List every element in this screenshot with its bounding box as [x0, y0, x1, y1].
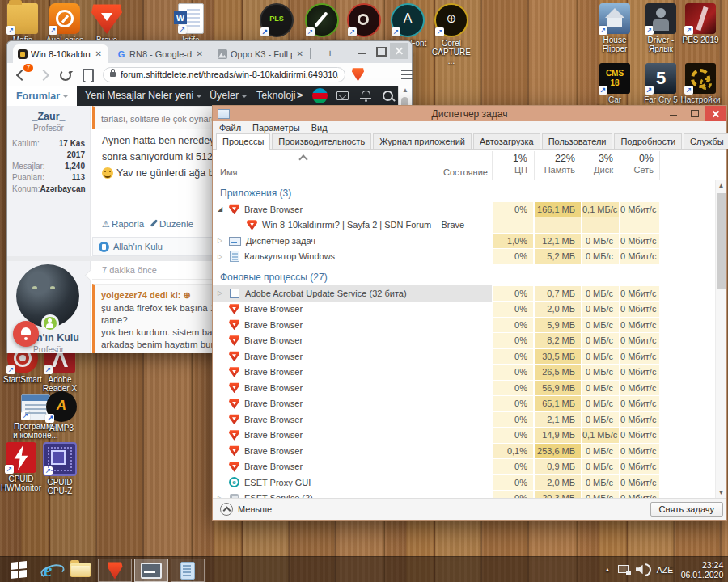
desktop-icon-aimp3[interactable]: A↗AIMP3	[39, 391, 84, 432]
column-цп[interactable]: 1%ЦП	[493, 150, 533, 180]
menu-файл[interactable]: Файл	[219, 123, 241, 133]
process-row[interactable]: ▷Диспетчер задач1,0%12,1 МБ0 МБ/с0 Мбит/…	[213, 233, 715, 249]
process-row[interactable]: ▷Adobe Acrobat Update Service (32 бита)0…	[213, 285, 715, 302]
column-сеть[interactable]: 0%Сеть	[620, 150, 659, 180]
column-status[interactable]: Состояние	[443, 167, 488, 177]
process-row[interactable]: Brave Browser0%30,5 МБ0 МБ/с0 Мбит/с	[213, 348, 715, 365]
scroll-up-icon[interactable]: ▲	[399, 86, 412, 95]
username-link[interactable]: _Zaur_	[7, 111, 90, 122]
search-icon[interactable]	[383, 91, 393, 101]
tab-close-icon[interactable]: ✕	[295, 49, 305, 58]
menu-параметры[interactable]: Параметры	[252, 123, 300, 133]
taskbar-task-manager[interactable]	[134, 559, 168, 582]
close-icon[interactable]	[390, 43, 408, 59]
desktop-icon-brave[interactable]: ↗Brave	[84, 3, 129, 44]
desktop-icon-pes[interactable]: ↗PES 2019	[678, 3, 723, 44]
tm-tab-процессы[interactable]: Процессы	[216, 133, 270, 150]
desktop-icon-corelcapture[interactable]: ⊕↗CorelCAPTURE ...	[429, 3, 474, 65]
close-icon[interactable]	[705, 106, 726, 121]
bookmark-icon[interactable]	[78, 66, 95, 82]
process-row[interactable]: ▷Калькулятор Windows0%5,2 МБ0 МБ/с0 Мбит…	[213, 249, 715, 265]
clock[interactable]: 23:2406.01.2020	[679, 557, 725, 582]
process-row[interactable]: Brave Browser0%26,5 МБ0 МБ/с0 Мбит/с	[213, 365, 715, 381]
taskbar-file-explorer[interactable]	[68, 557, 92, 582]
network-icon[interactable]	[616, 557, 633, 582]
reaction-user-link[interactable]: Allah'ın Kulu	[113, 242, 163, 251]
desktop-icon-farcry[interactable]: 5↗Far Cry 5	[638, 63, 684, 104]
fewer-details-icon[interactable]	[220, 503, 233, 516]
maximize-icon[interactable]	[371, 43, 390, 59]
nav-overflow-chevron[interactable]: >	[297, 86, 303, 106]
start-button[interactable]	[6, 557, 31, 582]
desktop-icon-cpuz[interactable]: ↗CPUIDCPU-Z	[37, 442, 83, 496]
minimize-icon[interactable]	[353, 43, 371, 59]
menu-вид[interactable]: Вид	[311, 123, 328, 133]
column-диск[interactable]: 3%Диск	[582, 150, 619, 180]
edit-link[interactable]: Düzenle	[153, 219, 193, 229]
expand-icon[interactable]: ⊕	[184, 290, 191, 300]
tray-show-hidden-icons[interactable]: ▲	[602, 557, 613, 582]
maximize-icon[interactable]	[684, 106, 705, 121]
desktop-icon-auslogics[interactable]: ↗AusLogics	[42, 3, 87, 44]
scroll-up-icon[interactable]: ▲	[716, 180, 726, 192]
tm-tab-пользователи[interactable]: Пользователи	[542, 133, 613, 149]
process-row[interactable]: Brave Browser0%8,2 МБ0 МБ/с0 Мбит/с	[213, 333, 715, 349]
taskbar-brave[interactable]	[98, 559, 132, 582]
new-tab-button[interactable]: +	[323, 46, 337, 61]
expand-icon[interactable]: ▷	[218, 249, 229, 264]
reload-icon[interactable]	[57, 66, 73, 82]
minimize-icon[interactable]	[663, 106, 684, 121]
desktop-icon-houseflipper[interactable]: ↗HouseFlipper	[592, 3, 637, 53]
forward-icon[interactable]	[35, 66, 51, 82]
notification-bell-button[interactable]	[13, 321, 39, 347]
browser-tab-3[interactable]: Oppo K3 - Full phone✕	[213, 44, 310, 63]
end-task-button[interactable]: Снять задачу	[650, 502, 724, 517]
fewer-details-label[interactable]: Меньше	[238, 504, 272, 514]
tm-tab-производительность[interactable]: Производительность	[272, 133, 371, 149]
process-row[interactable]: Brave Browser0%14,9 МБ0,1 МБ/с0 Мбит/с	[213, 428, 715, 444]
process-row[interactable]: Brave Browser0%0,9 МБ0 МБ/с0 Мбит/с	[213, 459, 715, 475]
url-text[interactable]: forum.shiftdelete.net/threads/win-8-10ka…	[121, 70, 338, 79]
process-row[interactable]: Win 8-10kaldırırmı? | Sayfa 2 | SDN Foru…	[213, 217, 715, 234]
process-row[interactable]: Brave Browser0%5,9 МБ0 МБ/с0 Мбит/с	[213, 317, 715, 333]
taskbar-calculator[interactable]	[171, 559, 205, 582]
tm-tab-службы[interactable]: Службы	[684, 133, 728, 149]
language-indicator[interactable]: AZE	[654, 557, 676, 582]
nav-item-yeni-mesajlar[interactable]: Yeni Mesajlar	[85, 86, 146, 106]
expand-icon[interactable]: ▷	[218, 285, 229, 301]
process-row[interactable]: Brave Browser0%56,9 МБ0 МБ/с0 Мбит/с	[213, 380, 715, 396]
desktop-icon-word[interactable]: ↗letife	[168, 3, 214, 44]
column-name[interactable]: Имя	[220, 167, 237, 177]
tm-scrollbar[interactable]: ▲ ▼	[715, 180, 726, 499]
scrollbar-thumb[interactable]	[717, 193, 726, 289]
process-row[interactable]: ◢Brave Browser0%166,1 МБ0,1 МБ/с0 Мбит/с	[213, 201, 715, 217]
browser-tab-1[interactable]: Win 8-10kaldırırmı? | S✕	[13, 44, 108, 63]
volume-icon[interactable]	[634, 557, 652, 582]
expand-icon[interactable]: ▷	[218, 233, 229, 248]
process-row[interactable]: Brave Browser0%2,0 МБ0 МБ/с0 Мбит/с	[213, 302, 715, 318]
scroll-down-icon[interactable]: ▼	[716, 487, 726, 499]
collapse-icon[interactable]: ◢	[218, 201, 229, 217]
tm-tab-автозагрузка[interactable]: Автозагрузка	[473, 133, 540, 149]
process-row[interactable]: eESET Proxy GUI0%2,0 МБ0 МБ/с0 Мбит/с	[213, 474, 715, 491]
brave-shield-icon[interactable]	[352, 68, 364, 82]
alerts-bell-icon[interactable]	[362, 91, 370, 98]
user-avatar[interactable]	[312, 88, 328, 103]
tm-titlebar[interactable]: Диспетчер задач	[213, 106, 726, 121]
process-row[interactable]: Brave Browser0,1%253,6 МБ0 МБ/с0 Мбит/с	[213, 443, 715, 459]
nav-item-üyeler[interactable]: Üyeler	[210, 86, 247, 106]
nav-item-neler-yeni[interactable]: Neler yeni	[148, 86, 201, 106]
tm-tab-журнал приложений[interactable]: Журнал приложений	[373, 133, 472, 149]
menu-icon[interactable]	[398, 66, 414, 82]
tm-tab-подробности[interactable]: Подробности	[614, 133, 682, 149]
address-bar[interactable]: forum.shiftdelete.net/threads/win-8-10ka…	[103, 67, 345, 82]
process-row[interactable]: Brave Browser0%65,1 МБ0 МБ/с0 Мбит/с	[213, 396, 715, 412]
tab-close-icon[interactable]: ✕	[94, 49, 104, 58]
browser-tab-2[interactable]: GRN8 - Google-da axtar✕	[112, 44, 210, 63]
post-timestamp[interactable]: 7 dakika önce	[102, 265, 157, 275]
column-память[interactable]: 22%Память	[535, 150, 581, 180]
report-link[interactable]: ⚠Raporla	[102, 219, 144, 230]
process-row[interactable]: Brave Browser0%2,1 МБ0 МБ/с0 Мбит/с	[213, 411, 715, 428]
taskbar-internet-explorer[interactable]: e	[36, 557, 60, 582]
desktop-icon-driver[interactable]: ↗Driver -Ярлык	[638, 3, 684, 53]
